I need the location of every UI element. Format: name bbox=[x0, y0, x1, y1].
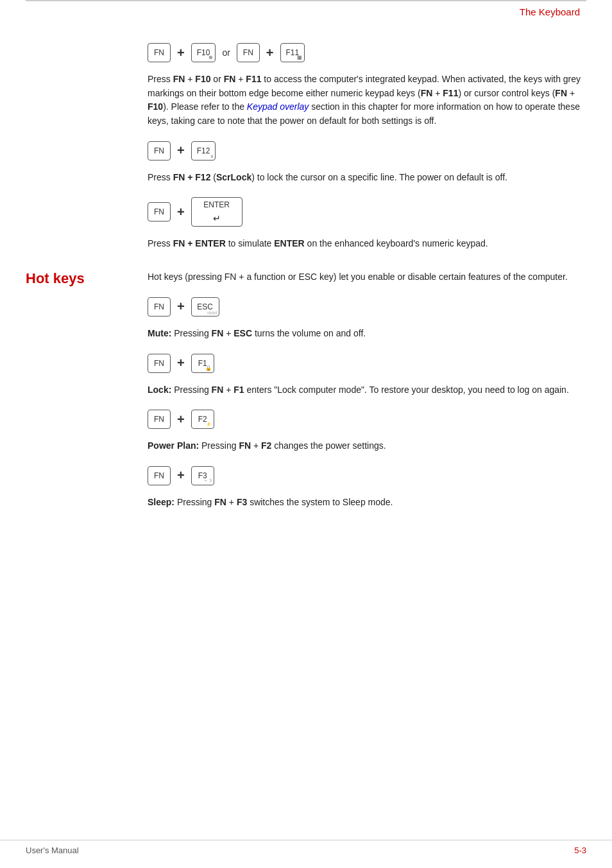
diagram-fn-f3: FN + F3 →☽ bbox=[148, 466, 586, 485]
diagram-fn-f10-f11: FN + F10 ⊗ or FN + F11 ▦ bbox=[148, 43, 586, 62]
key-fn-esc: FN bbox=[148, 297, 171, 317]
plus-esc: + bbox=[177, 299, 185, 314]
plus-f3: + bbox=[177, 468, 185, 483]
hot-keys-heading-container: Hot keys bbox=[26, 270, 85, 287]
para-mute: Mute: Pressing FN + ESC turns the volume… bbox=[148, 327, 586, 341]
header-title: The Keyboard bbox=[520, 6, 586, 17]
key-f1: F1 🔒 bbox=[191, 354, 214, 373]
plus-2: + bbox=[266, 46, 274, 60]
diagram-fn-f2: FN + F2 ⚡ bbox=[148, 410, 586, 429]
key-fn-4: FN bbox=[148, 202, 171, 221]
key-fn-f1: FN bbox=[148, 354, 171, 373]
key-fn-1: FN bbox=[148, 43, 171, 62]
key-fn-f3: FN bbox=[148, 466, 171, 485]
para-sleep: Sleep: Pressing FN + F3 switches the sys… bbox=[148, 496, 586, 510]
para-fn-enter: Press FN + ENTER to simulate ENTER on th… bbox=[148, 237, 586, 251]
content-area: FN + F10 ⊗ or FN + F11 ▦ Press FN + F10 … bbox=[0, 17, 612, 528]
key-enter: ENTER ↵ bbox=[191, 197, 242, 227]
plus-f1: + bbox=[177, 356, 185, 370]
key-fn-2: FN bbox=[237, 43, 260, 62]
diagram-fn-enter: FN + ENTER ↵ bbox=[148, 197, 586, 227]
key-f10: F10 ⊗ bbox=[191, 43, 216, 62]
key-esc: ESC ◁◁◁ bbox=[191, 297, 219, 317]
hot-keys-section: Hot keys Hot keys (pressing FN + a funct… bbox=[148, 270, 586, 509]
key-fn-f2: FN bbox=[148, 410, 171, 429]
key-f12: F12 n bbox=[191, 141, 216, 161]
hot-keys-intro: Hot keys (pressing FN + a function or ES… bbox=[148, 270, 586, 284]
plus-f2: + bbox=[177, 412, 185, 427]
plus-3: + bbox=[177, 143, 185, 158]
footer-right-text: 5-3 bbox=[574, 846, 586, 855]
para-fn-f10-f11: Press FN + F10 or FN + F11 to access the… bbox=[148, 73, 586, 128]
diagram-fn-esc: FN + ESC ◁◁◁ bbox=[148, 297, 586, 317]
key-f3: F3 →☽ bbox=[191, 466, 214, 485]
para-power-plan: Power Plan: Pressing FN + F2 changes the… bbox=[148, 439, 586, 453]
diagram-fn-f1: FN + F1 🔒 bbox=[148, 354, 586, 373]
keypad-overlay-link[interactable]: Keypad overlay bbox=[247, 101, 309, 112]
para-lock: Lock: Pressing FN + F1 enters "Lock comp… bbox=[148, 383, 586, 397]
plus-1: + bbox=[177, 46, 185, 60]
or-text: or bbox=[222, 48, 230, 58]
para-fn-f12: Press FN + F12 (ScrLock) to lock the cur… bbox=[148, 171, 586, 185]
plus-4: + bbox=[177, 205, 185, 220]
page: The Keyboard FN + F10 ⊗ or FN + F11 ▦ Pr bbox=[0, 0, 612, 868]
key-fn-3: FN bbox=[148, 141, 171, 161]
footer: User's Manual 5-3 bbox=[0, 840, 612, 855]
key-f2: F2 ⚡ bbox=[191, 410, 214, 429]
diagram-fn-f12: FN + F12 n bbox=[148, 141, 586, 161]
header-bar: The Keyboard bbox=[26, 0, 586, 17]
footer-left-text: User's Manual bbox=[26, 846, 79, 855]
key-f11: F11 ▦ bbox=[280, 43, 305, 62]
hot-keys-heading: Hot keys bbox=[26, 270, 85, 287]
